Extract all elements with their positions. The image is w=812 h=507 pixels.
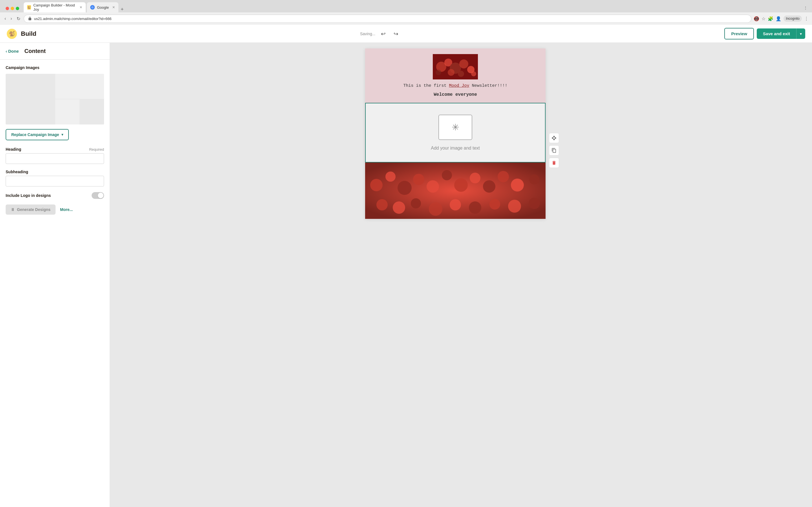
- done-chevron-icon: ‹: [6, 49, 7, 54]
- placeholder-icon: ✳: [452, 122, 459, 133]
- svg-point-11: [370, 179, 383, 191]
- logo-toggle-row: Include Logo in designs: [6, 192, 104, 199]
- svg-point-21: [511, 179, 524, 191]
- tab-google[interactable]: G Google ✕: [87, 2, 118, 12]
- tab-favicon-google: G: [90, 5, 95, 10]
- svg-point-30: [508, 200, 521, 213]
- campaign-image-large: [6, 74, 55, 124]
- build-title: Build: [21, 30, 36, 38]
- svg-point-29: [490, 199, 500, 210]
- subheading-field-group: Subheading: [6, 170, 104, 186]
- campaign-images-grid: [6, 74, 104, 124]
- campaign-image-top-right: [55, 74, 104, 99]
- delete-button[interactable]: [549, 158, 559, 168]
- heading-label: Heading: [6, 147, 21, 152]
- more-link[interactable]: More...: [60, 207, 73, 212]
- svg-point-20: [498, 171, 509, 182]
- replace-campaign-image-button[interactable]: Replace Campaign Image ▾: [6, 129, 69, 140]
- subheading-label: Subheading: [6, 170, 28, 174]
- tab-favicon-mailchimp: 🐒: [27, 5, 31, 10]
- incognito-label: Incognito: [783, 15, 802, 22]
- address-text: us21.admin.mailchimp.com/email/editor?id…: [34, 17, 748, 21]
- traffic-light-yellow[interactable]: [11, 7, 14, 10]
- traffic-light-red[interactable]: [6, 7, 9, 10]
- svg-point-27: [450, 199, 461, 210]
- nav-back-button[interactable]: ‹: [3, 15, 7, 22]
- flower-svg: [433, 54, 478, 79]
- email-text-2: Welcome everyone: [434, 92, 477, 97]
- preview-button[interactable]: Preview: [724, 28, 754, 40]
- sidebar: ‹ Done Content Campaign Images Replace C…: [0, 43, 110, 507]
- image-placeholder-section[interactable]: ✳ Add your image and text: [365, 103, 546, 163]
- redo-button[interactable]: ↪: [391, 29, 401, 38]
- email-preview: This is the first Mood Joy Newsletter!!!…: [365, 48, 546, 219]
- svg-point-22: [529, 174, 539, 184]
- tab-label-google: Google: [97, 5, 109, 10]
- tab-close-google[interactable]: ✕: [112, 5, 115, 9]
- heading-input[interactable]: [6, 153, 104, 164]
- mood-joy-link[interactable]: Mood Joy: [449, 83, 469, 88]
- window-menu-icon[interactable]: ⋮: [801, 3, 810, 12]
- more-options-button[interactable]: ⋮: [804, 16, 809, 21]
- undo-button[interactable]: ↩: [378, 29, 388, 38]
- mailchimp-logo: 🐒: [7, 29, 17, 39]
- cast-icon-button[interactable]: 📵: [754, 16, 759, 21]
- svg-point-6: [436, 69, 441, 75]
- svg-point-25: [411, 198, 421, 209]
- new-tab-button[interactable]: +: [121, 6, 124, 12]
- canvas: This is the first Mood Joy Newsletter!!!…: [110, 43, 812, 507]
- svg-point-26: [429, 202, 442, 216]
- heading-required-label: Required: [89, 147, 104, 152]
- toggle-knob: [98, 193, 103, 198]
- nav-forward-button[interactable]: ›: [9, 15, 13, 22]
- campaign-image-bottom-right: [80, 100, 104, 124]
- logo-label: Include Logo in designs: [6, 193, 51, 198]
- svg-point-15: [426, 180, 439, 193]
- replace-btn-chevron-icon: ▾: [61, 133, 63, 136]
- email-text-1: This is the first Mood Joy Newsletter!!!…: [403, 83, 507, 88]
- right-toolbar: [549, 133, 559, 168]
- flower-field-section: [365, 163, 546, 219]
- address-bar[interactable]: us21.admin.mailchimp.com/email/editor?id…: [24, 15, 752, 23]
- svg-point-24: [393, 202, 405, 214]
- email-text-1-suffix: Newsletter!!!!: [469, 83, 507, 88]
- logo-toggle[interactable]: [92, 192, 104, 199]
- tab-campaign-builder[interactable]: 🐒 Campaign Builder - Mood Joy ✕: [24, 2, 86, 12]
- campaign-images-label: Campaign Images: [6, 65, 104, 70]
- move-button[interactable]: [549, 133, 559, 143]
- save-exit-button[interactable]: Save and exit: [757, 29, 796, 39]
- done-label[interactable]: Done: [8, 49, 19, 54]
- done-link[interactable]: ‹ Done: [6, 49, 19, 54]
- generate-btn-icon: ⏸: [11, 207, 15, 212]
- save-exit-group: Save and exit ▾: [757, 29, 805, 39]
- flower-field-svg: [365, 163, 546, 219]
- top-bar: 🐒 Build Saving... ↩ ↪ Preview Save and e…: [0, 25, 812, 43]
- traffic-light-green[interactable]: [16, 7, 19, 10]
- saving-status: Saving...: [360, 32, 375, 36]
- duplicate-button[interactable]: [549, 145, 559, 156]
- svg-point-19: [483, 180, 495, 193]
- svg-point-23: [376, 199, 388, 210]
- svg-point-8: [458, 71, 464, 77]
- email-header-section: This is the first Mood Joy Newsletter!!!…: [365, 48, 546, 103]
- svg-point-9: [471, 71, 476, 76]
- bookmark-icon-button[interactable]: ☆: [762, 16, 765, 21]
- svg-point-18: [470, 173, 480, 183]
- svg-point-13: [398, 181, 412, 195]
- tab-label-campaign: Campaign Builder - Mood Joy: [33, 3, 76, 11]
- extensions-icon-button[interactable]: 🧩: [768, 16, 773, 21]
- save-exit-dropdown-button[interactable]: ▾: [796, 29, 805, 39]
- nav-reload-button[interactable]: ↻: [15, 15, 21, 22]
- svg-point-28: [469, 202, 481, 214]
- flower-header-image: [433, 54, 478, 79]
- heading-field-group: Heading Required: [6, 147, 104, 164]
- profile-icon-button[interactable]: 👤: [776, 16, 781, 21]
- svg-point-12: [386, 172, 396, 182]
- subheading-input[interactable]: [6, 176, 104, 186]
- svg-point-14: [413, 174, 424, 185]
- copy-icon: [552, 148, 557, 153]
- tab-close-campaign[interactable]: ✕: [80, 5, 82, 9]
- svg-point-31: [529, 198, 540, 209]
- lock-icon: [28, 17, 32, 20]
- svg-point-17: [454, 178, 468, 192]
